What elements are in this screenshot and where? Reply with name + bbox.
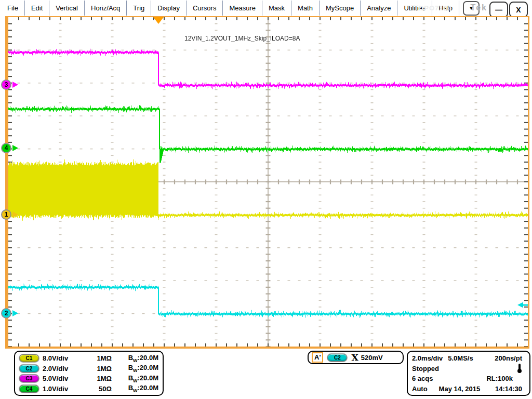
channel-2-scale: 2.0V/div xyxy=(43,365,68,373)
trigger-mode-value: Auto xyxy=(412,385,428,393)
menu-item-myscope[interactable]: MyScope xyxy=(320,1,361,16)
channel-3-arrow-icon xyxy=(12,82,18,88)
minimize-button[interactable]: — xyxy=(489,2,508,18)
acq-count-value: 6 acqs xyxy=(412,375,433,382)
horizontal-status-panel[interactable]: 2.0ms/div 5.0MS/s 200ns/pt Stopped 6 acq… xyxy=(407,351,530,396)
channel-4-arrow-icon xyxy=(12,145,18,151)
channel-4-impedance: 50Ω xyxy=(91,385,112,393)
record-length-value: RL:100k xyxy=(486,375,513,382)
channel-4-marker[interactable]: 4 xyxy=(1,143,18,153)
channel-4-pill[interactable]: C4 xyxy=(19,385,39,393)
channel-2-impedance: 1MΩ xyxy=(91,365,112,373)
menu-item-mask[interactable]: Mask xyxy=(262,1,291,16)
channel-1-readout-row[interactable]: C1 8.0V/div 1MΩ BW:20.0M xyxy=(19,353,158,364)
channel-1-pill[interactable]: C1 xyxy=(19,354,39,362)
menu-item-display[interactable]: Display xyxy=(151,1,187,16)
trigger-a-badge[interactable]: A' xyxy=(312,352,323,363)
channel-2-pill[interactable]: C2 xyxy=(19,365,39,373)
trigger-crossing-icon: X xyxy=(351,352,358,363)
close-button[interactable]: X xyxy=(509,2,528,18)
timebase-value: 2.0ms/div xyxy=(412,354,443,362)
trigger-readout-panel[interactable]: A' C2 X 520mV xyxy=(308,351,404,364)
menu-item-cursors[interactable]: Cursors xyxy=(187,1,223,16)
channel-2-arrow-icon xyxy=(12,310,18,316)
channel-3-badge: 3 xyxy=(1,79,11,90)
channel-1-scale: 8.0V/div xyxy=(43,354,68,362)
menu-item-measure[interactable]: Measure xyxy=(223,1,262,16)
channel-4-readout-row[interactable]: C4 1.0V/div 50Ω BW:20.0M xyxy=(19,384,158,394)
channel-3-readout-row[interactable]: C3 5.0V/div 1MΩ BW:20.0M xyxy=(19,374,158,384)
channel-readout-panel: C1 8.0V/div 1MΩ BW:20.0M C2 2.0V/div 1MΩ… xyxy=(14,351,164,396)
time-value: 14:14:30 xyxy=(495,385,522,393)
acq-count-row: 6 acqs RL:100k xyxy=(412,374,522,384)
channel-2-readout-row[interactable]: C2 2.0V/div 1MΩ BW:20.0M xyxy=(19,364,158,374)
menu-item-analyze[interactable]: Analyze xyxy=(361,1,397,16)
channel-1-bandwidth: BW:20.0M xyxy=(112,354,158,363)
channel-1-arrow-icon xyxy=(12,211,18,218)
trigger-level-value: 520mV xyxy=(361,354,383,362)
waveform-display-frame: 12VIN_1.2VOUT_1MHz_Skip_ILOAD=8A 3 4 1 2 xyxy=(5,16,529,349)
thermometer-icon xyxy=(517,364,522,373)
menu-item-file[interactable]: File xyxy=(0,1,25,16)
channel-1-impedance: 1MΩ xyxy=(91,354,112,362)
readout-bar: C1 8.0V/div 1MΩ BW:20.0M C2 2.0V/div 1MΩ… xyxy=(0,349,532,399)
menu-item-trig[interactable]: Trig xyxy=(127,1,151,16)
channel-2-badge: 2 xyxy=(1,308,11,318)
menu-item-vertical[interactable]: Vertical xyxy=(49,1,85,16)
menu-item-math[interactable]: Math xyxy=(291,1,320,16)
channel-3-scale: 5.0V/div xyxy=(43,375,68,382)
sample-rate-value: 5.0MS/s xyxy=(448,354,473,362)
scope-model-label: DPO7104 xyxy=(419,4,452,12)
channel-4-bandwidth: BW:20.0M xyxy=(112,384,158,393)
channel-3-pill[interactable]: C3 xyxy=(19,375,39,382)
menu-item-edit[interactable]: Edit xyxy=(25,1,49,16)
waveform-canvas[interactable] xyxy=(8,17,528,347)
timebase-row: 2.0ms/div 5.0MS/s 200ns/pt xyxy=(412,353,522,364)
acq-state-value: Stopped xyxy=(412,365,439,373)
datetime-row: Auto May 14, 2015 14:14:30 xyxy=(412,384,522,394)
channel-3-bandwidth: BW:20.0M xyxy=(112,374,158,383)
channel-2-bandwidth: BW:20.0M xyxy=(112,364,158,373)
channel-2-marker[interactable]: 2 xyxy=(1,308,18,318)
date-value: May 14, 2015 xyxy=(439,385,481,393)
resolution-value: 200ns/pt xyxy=(495,354,522,362)
channel-3-impedance: 1MΩ xyxy=(91,375,112,382)
menu-bar: File Edit Vertical Horiz/Acq Trig Displa… xyxy=(0,0,532,16)
menu-item-horiz-acq[interactable]: Horiz/Acq xyxy=(85,1,127,16)
tek-logo: Tek xyxy=(471,3,487,12)
channel-4-badge: 4 xyxy=(1,143,11,153)
waveform-annotation: 12VIN_1.2VOUT_1MHz_Skip_ILOAD=8A xyxy=(184,35,300,42)
channel-3-marker[interactable]: 3 xyxy=(1,79,18,90)
channel-1-marker[interactable]: 1 xyxy=(1,209,18,220)
acq-state-row: Stopped xyxy=(412,364,522,374)
trigger-source-pill[interactable]: C2 xyxy=(327,354,347,362)
channel-1-badge: 1 xyxy=(1,209,11,220)
channel-4-scale: 1.0V/div xyxy=(43,385,68,393)
